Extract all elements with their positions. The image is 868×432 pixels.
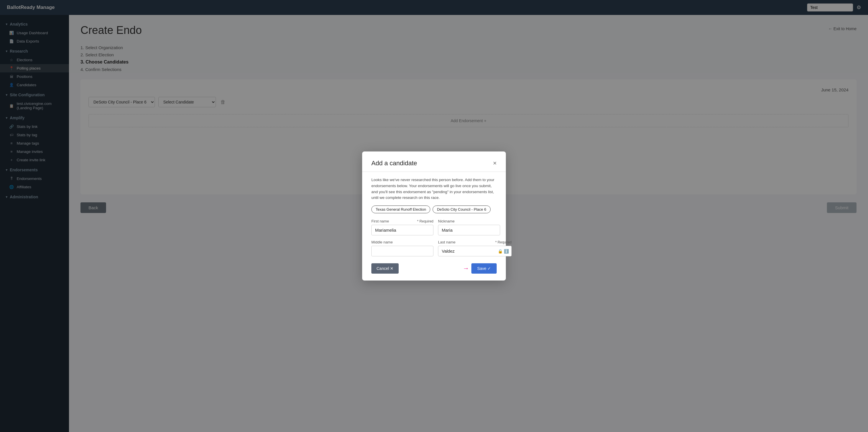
- cancel-button[interactable]: Cancel ✕: [371, 263, 399, 274]
- modal-title: Add a candidate: [371, 159, 417, 167]
- info-icon: ℹ️: [504, 249, 509, 253]
- last-name-group: Last name * Required 🔒 ℹ️: [438, 240, 512, 256]
- modal-notice: Looks like we've never researched this p…: [371, 177, 497, 201]
- nickname-input[interactable]: [438, 225, 500, 236]
- modal-overlay[interactable]: Add a candidate × Looks like we've never…: [0, 0, 868, 432]
- nickname-label: Nickname: [438, 219, 500, 223]
- form-row-1: First name * Required Nickname: [371, 219, 497, 236]
- last-name-icons: 🔒 ℹ️: [498, 249, 509, 253]
- middle-name-label-text: Middle name: [371, 240, 393, 244]
- cancel-label: Cancel ✕: [376, 266, 394, 271]
- add-candidate-modal: Add a candidate × Looks like we've never…: [362, 152, 506, 281]
- nickname-group: Nickname: [438, 219, 500, 236]
- last-name-label-text: Last name: [438, 240, 456, 244]
- modal-footer: Cancel ✕ → Save ✓: [371, 263, 497, 274]
- save-label: Save ✓: [477, 266, 491, 271]
- first-name-group: First name * Required: [371, 219, 433, 236]
- nickname-label-text: Nickname: [438, 219, 455, 223]
- last-name-required: * Required: [495, 240, 512, 244]
- middle-name-label: Middle name: [371, 240, 433, 244]
- first-name-required: * Required: [417, 219, 433, 223]
- modal-tags: Texas General Runoff Election DeSoto Cit…: [371, 206, 497, 213]
- first-name-label-text: First name: [371, 219, 389, 223]
- election-tag: Texas General Runoff Election: [371, 206, 430, 213]
- first-name-label: First name * Required: [371, 219, 433, 223]
- last-name-input-wrapper: 🔒 ℹ️: [438, 246, 512, 256]
- save-button[interactable]: Save ✓: [471, 263, 497, 274]
- middle-name-group: Middle name: [371, 240, 433, 256]
- middle-name-input[interactable]: [371, 246, 433, 256]
- modal-close-button[interactable]: ×: [493, 160, 497, 166]
- modal-header: Add a candidate ×: [371, 159, 497, 167]
- form-row-2: Middle name Last name * Required 🔒 ℹ️: [371, 240, 497, 256]
- position-tag: DeSoto City Council - Place 6: [433, 206, 490, 213]
- first-name-input[interactable]: [371, 225, 433, 236]
- lock-icon: 🔒: [498, 249, 503, 253]
- save-arrow-group: → Save ✓: [463, 263, 497, 274]
- arrow-icon: →: [463, 265, 469, 272]
- last-name-label: Last name * Required: [438, 240, 512, 244]
- modal-divider: [362, 172, 506, 172]
